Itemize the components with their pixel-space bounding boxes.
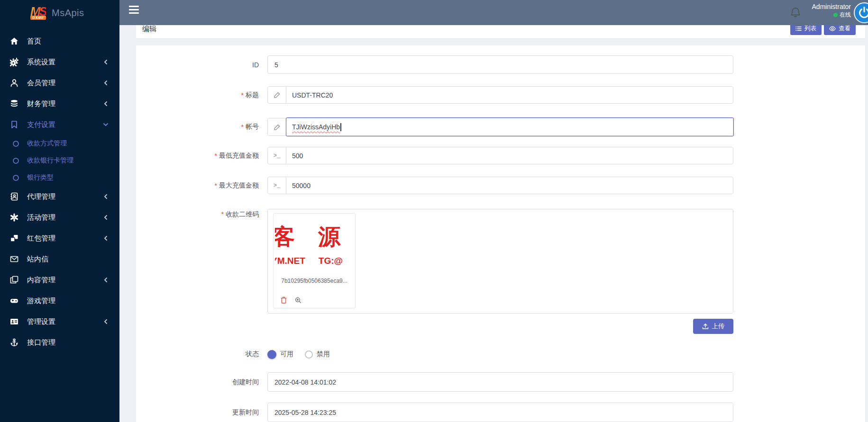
- home-icon: [10, 37, 18, 45]
- sidebar-item-api[interactable]: 接口管理: [0, 332, 119, 353]
- sidebar-item-label: 游戏管理: [27, 296, 109, 305]
- created-time-input[interactable]: 2022-04-08 14:01:02: [267, 372, 733, 392]
- gears-icon: [10, 58, 18, 66]
- view-button-label: 查看: [839, 25, 850, 33]
- sidebar-item-label: 代理管理: [27, 192, 102, 201]
- chevron-left-icon: [102, 235, 109, 242]
- sidebar-item-site-messages[interactable]: 站内信: [0, 249, 119, 269]
- user-block[interactable]: Administrator 在线: [812, 2, 851, 18]
- sidebar-subitem-bank-types[interactable]: 银行类型: [0, 169, 119, 186]
- field-label: * 收款二维码: [136, 209, 259, 314]
- chevron-left-icon: [102, 193, 109, 200]
- sidebar-item-label: 内容管理: [27, 276, 102, 285]
- notification-bell-icon[interactable]: [790, 7, 801, 19]
- field-label: 创建时间: [136, 372, 259, 392]
- circle-icon: [13, 158, 19, 164]
- sidebar-item-red-packets[interactable]: 红包管理: [0, 228, 119, 249]
- form-row-max-amount: * 最大充值金额 >_ 50000: [136, 177, 865, 194]
- cubes-icon: [10, 234, 18, 242]
- title-input[interactable]: USDT-TRC20: [286, 87, 733, 103]
- sidebar-item-label: 接口管理: [27, 338, 109, 347]
- circle-icon: [13, 175, 19, 181]
- radio-enabled[interactable]: 可用: [267, 350, 293, 359]
- sidebar-item-label: 首页: [27, 37, 109, 46]
- asterisk-icon: [10, 213, 18, 222]
- sidebar-item-activities[interactable]: 活动管理: [0, 207, 119, 228]
- chevron-left-icon: [102, 318, 109, 325]
- sidebar-item-label: 会员管理: [27, 79, 102, 88]
- zoom-preview-icon[interactable]: [295, 297, 302, 304]
- sidebar-item-label: 财务管理: [27, 99, 102, 108]
- min-amount-input[interactable]: 500: [286, 147, 733, 164]
- radio-selected-icon: [267, 350, 276, 359]
- sidebar-item-finance[interactable]: 财务管理: [0, 93, 119, 114]
- upload-button[interactable]: 上传: [693, 319, 733, 334]
- form-row-min-amount: * 最低充值金额 >_ 500: [136, 147, 865, 164]
- sidebar-nav: 首页 系统设置: [0, 26, 119, 353]
- form-row-updated: 更新时间 2025-05-28 14:23:25: [136, 403, 865, 422]
- sidebar-item-home[interactable]: 首页: [0, 31, 119, 52]
- text-caret: [340, 123, 341, 131]
- qrcode-preview-card[interactable]: 客 源 YM.NET TG:@ 7b10295fb0506385eca9...: [273, 213, 356, 308]
- radio-disabled[interactable]: 禁用: [305, 350, 330, 359]
- sidebar: MS GAME MsApis 首页: [0, 0, 119, 422]
- sidebar-item-members[interactable]: 会员管理: [0, 72, 119, 93]
- address-book-icon: [10, 192, 18, 201]
- sidebar-subitem-label: 收款银行卡管理: [27, 156, 73, 165]
- pencil-icon: [268, 118, 286, 135]
- power-avatar-button[interactable]: [854, 2, 868, 23]
- form-row-created: 创建时间 2022-04-08 14:01:02: [136, 372, 865, 392]
- envelope-icon: [10, 255, 18, 263]
- sidebar-subitem-payment-methods[interactable]: 收款方式管理: [0, 135, 119, 152]
- sidebar-item-agents[interactable]: 代理管理: [0, 186, 119, 207]
- sidebar-item-label: 站内信: [27, 255, 109, 264]
- required-asterisk: *: [241, 123, 244, 131]
- edit-form: ID 5 * 标题 USDT-TRC20 * 帐号: [136, 45, 865, 422]
- eye-icon: [829, 26, 836, 31]
- circle-icon: [13, 141, 19, 147]
- chevron-left-icon: [102, 59, 109, 65]
- user-name: Administrator: [812, 2, 851, 11]
- pencil-icon: [268, 87, 286, 103]
- terminal-icon: >_: [268, 147, 286, 164]
- chevron-down-icon: [102, 121, 109, 128]
- sidebar-item-system-settings[interactable]: 系统设置: [0, 52, 119, 72]
- upload-icon: [702, 323, 709, 330]
- list-button-label: 列表: [804, 25, 816, 33]
- chevron-left-icon: [102, 214, 109, 221]
- sidebar-item-payment-settings[interactable]: 支付设置: [0, 114, 119, 135]
- sidebar-item-games[interactable]: 游戏管理: [0, 290, 119, 311]
- hamburger-menu-icon[interactable]: [129, 6, 139, 14]
- field-label: * 标题: [136, 86, 259, 104]
- form-row-title: * 标题 USDT-TRC20: [136, 86, 865, 104]
- bookmark-icon: [10, 120, 18, 129]
- account-input[interactable]: TJiWzissAdyiHb: [286, 118, 733, 135]
- sidebar-item-admin-settings[interactable]: 管理设置: [0, 311, 119, 332]
- sidebar-subitem-label: 收款方式管理: [27, 139, 67, 148]
- terminal-icon: >_: [268, 177, 286, 194]
- top-header: Administrator 在线: [119, 0, 868, 25]
- radio-unselected-icon: [305, 350, 313, 359]
- sidebar-item-content[interactable]: 内容管理: [0, 269, 119, 290]
- online-status-label: 在线: [840, 11, 851, 18]
- anchor-icon: [10, 338, 18, 347]
- brand[interactable]: MS GAME MsApis: [0, 0, 119, 26]
- max-amount-input[interactable]: 50000: [286, 177, 733, 194]
- sidebar-subitem-bank-cards[interactable]: 收款银行卡管理: [0, 152, 119, 169]
- form-row-account: * 帐号 TJiWzissAdyiHb: [136, 118, 865, 136]
- delete-trash-icon[interactable]: [281, 296, 287, 304]
- sidebar-item-label: 红包管理: [27, 234, 102, 243]
- field-label: 更新时间: [136, 403, 259, 422]
- field-label: 状态: [136, 347, 259, 361]
- brand-name: MsApis: [52, 8, 84, 18]
- required-asterisk: *: [215, 152, 217, 160]
- upload-button-label: 上传: [712, 322, 725, 331]
- form-row-id: ID 5: [136, 55, 865, 74]
- qrcode-upload-area[interactable]: 客 源 YM.NET TG:@ 7b10295fb0506385eca9...: [267, 209, 733, 314]
- id-input[interactable]: 5: [267, 55, 733, 74]
- sidebar-subitem-label: 银行类型: [27, 173, 54, 182]
- required-asterisk: *: [215, 182, 217, 189]
- updated-time-input[interactable]: 2025-05-28 14:23:25: [267, 403, 733, 422]
- logo-game-badge: GAME: [30, 16, 46, 20]
- list-icon: [795, 26, 802, 32]
